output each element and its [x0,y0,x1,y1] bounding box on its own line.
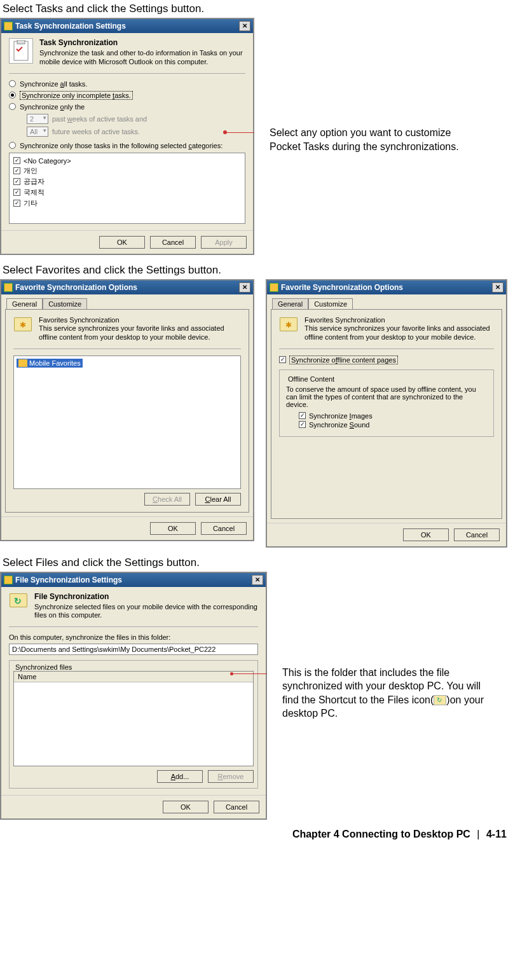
tree-item-mobile-favorites[interactable]: Mobile Favorites [17,359,83,368]
ok-button[interactable]: OK [99,236,145,249]
folder-icon: ✱ [13,316,32,333]
app-icon [4,283,13,292]
ok-button[interactable]: OK [150,522,196,535]
titlebar: Task Synchronization Settings ✕ [1,19,253,33]
folder-icon [18,359,27,367]
task-sync-dialog: Task Synchronization Settings ✕ Task Syn… [0,18,254,255]
sync-images-checkbox[interactable]: ✓Synchronize Images [299,412,487,420]
favorite-sync-dialog-general: Favorite Synchronization Options ✕ Gener… [0,279,254,541]
past-weeks-combo[interactable]: 2 [27,114,48,124]
dialog-title: File Synchronization Settings [15,576,122,584]
folder-label: On this computer, synchronize the files … [9,633,258,641]
check-all-button: CCheck Allheck All [144,493,190,506]
header-desc: Synchronize the task and other to-do inf… [39,49,245,67]
app-icon [270,283,278,292]
tab-general[interactable]: General [272,298,308,309]
cancel-button[interactable]: Cancel [214,801,259,813]
future-weeks-combo[interactable]: All [27,127,48,137]
app-icon [4,576,13,584]
header-desc: This service synchronizes your favorite … [39,324,241,342]
header-title: Favorites Synchronization [39,316,241,325]
sync-sound-checkbox[interactable]: ✓Synchronize Sound [299,421,487,429]
category-listbox[interactable]: ✓<No Category> ✓개인 ✓공급자 ✓국제적 ✓기타 [9,153,245,224]
radio-all-tasks[interactable]: Synchronize all tasks. [9,80,245,88]
sync-offline-checkbox[interactable]: ✓ Synchronize offline content pages [279,355,494,364]
ok-button[interactable]: OK [403,528,449,541]
dialog-title: Favorite Synchronization Options [15,283,137,292]
close-icon[interactable]: ✕ [239,21,250,31]
synced-files-list[interactable]: Name [13,671,254,766]
instruction-files: Select Files and click the Settings butt… [3,556,513,569]
add-button[interactable]: Add... [157,770,203,783]
header-title: File Synchronization [34,592,258,601]
task-icon [9,38,33,64]
header-title: Favorites Synchronization [304,316,494,325]
close-icon[interactable]: ✕ [252,575,263,585]
header-desc: Synchronize selected files on your mobil… [34,603,258,621]
offline-content-desc: To conserve the amount of space used by … [286,385,487,408]
radio-only-the[interactable]: Synchronize only the [9,103,245,111]
favorite-sync-dialog-customize: Favorite Synchronization Options ✕ Gener… [266,279,507,548]
cancel-button[interactable]: Cancel [150,236,196,249]
radio-incomplete-tasks[interactable]: Synchronize only incomplete tasks. [9,91,245,100]
radio-categories[interactable]: Synchronize only those tasks in the foll… [9,142,245,149]
dialog-title: Favorite Synchronization Options [281,283,403,292]
dialog-title: Task Synchronization Settings [15,22,126,31]
files-shortcut-icon [434,695,446,705]
synced-files-legend: Synchronized files [13,663,74,671]
file-sync-dialog: File Synchronization Settings ✕ ↻ File S… [0,572,267,820]
header-desc: This service synchronizes your favorite … [304,324,494,342]
annotation-files: This is the folder that includes the fil… [282,666,492,721]
ok-button[interactable]: OK [163,801,209,813]
close-icon[interactable]: ✕ [492,282,503,293]
svg-rect-1 [17,40,25,44]
sync-folder-icon: ↻ [9,592,28,609]
apply-button: Apply [201,236,247,249]
instruction-tasks: Select Tasks and click the Settings butt… [3,3,513,15]
header-title: Task Synchronization [39,38,245,47]
tab-general[interactable]: General [6,298,43,309]
close-icon[interactable]: ✕ [239,282,250,293]
instruction-favorites: Select Favorites and click the Settings … [3,264,513,277]
cancel-button[interactable]: Cancel [454,528,500,541]
offline-content-legend: Offline Content [286,375,336,383]
annotation-tasks: Select any option you want to customize … [270,126,479,153]
favorites-tree[interactable]: Mobile Favorites [13,355,241,489]
tab-customize[interactable]: Customize [43,298,87,309]
column-name: Name [14,672,253,682]
clear-all-button[interactable]: Clear All [195,493,241,506]
folder-icon: ✱ [279,316,298,333]
page-footer: Chapter 4 Connecting to Desktop PC | 4-1… [0,820,513,844]
tab-customize[interactable]: Customize [308,298,353,309]
remove-button: Remove [208,770,254,783]
cancel-button[interactable]: Cancel [201,522,247,535]
app-icon [4,22,13,31]
folder-path-field[interactable]: D:\Documents and Settings\swkim\My Docum… [9,644,258,655]
